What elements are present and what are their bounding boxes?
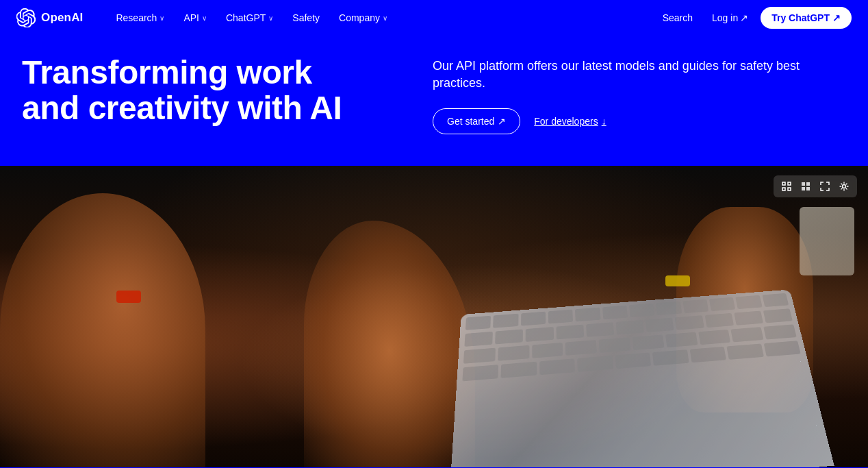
logo[interactable]: OpenAI	[16, 8, 83, 27]
svg-rect-4	[802, 182, 805, 186]
chevron-down-icon: ∨	[159, 14, 164, 22]
openai-logo-icon	[16, 8, 36, 27]
svg-rect-0	[782, 182, 785, 185]
grid-control[interactable]	[798, 179, 813, 194]
svg-rect-7	[806, 187, 810, 190]
laptop	[449, 290, 834, 467]
arrow-down-icon: ↓	[602, 116, 607, 127]
hero-section: Transforming work and creativity with AI…	[0, 36, 868, 166]
nav-research[interactable]: Research ∨	[107, 8, 173, 27]
navbar: OpenAI Research ∨ API ∨ ChatGPT ∨ Safety…	[0, 0, 868, 36]
hero-right: Our API platform offers our latest model…	[433, 55, 846, 134]
hero-cta: Get started ↗ For developers ↓	[433, 108, 846, 134]
svg-rect-6	[802, 187, 805, 190]
hero-title: Transforming work and creativity with AI	[22, 55, 378, 126]
grid-icon	[801, 182, 810, 191]
fullscreen-control[interactable]	[817, 179, 832, 194]
nav-links: Research ∨ API ∨ ChatGPT ∨ Safety Compan…	[107, 8, 655, 27]
image-controls	[774, 175, 857, 197]
hero-left: Transforming work and creativity with AI	[22, 55, 378, 126]
settings-icon	[839, 182, 849, 191]
arrow-up-right-icon: ↗	[498, 116, 506, 127]
svg-rect-5	[806, 182, 810, 186]
chevron-down-icon: ∨	[202, 14, 207, 22]
for-developers-button[interactable]: For developers ↓	[534, 116, 606, 127]
svg-rect-2	[782, 188, 785, 190]
watch-left	[116, 291, 141, 303]
chevron-down-icon: ∨	[268, 14, 273, 22]
fullscreen-icon	[820, 182, 830, 191]
watch-right	[665, 275, 690, 286]
hero-description: Our API platform offers our latest model…	[433, 58, 816, 92]
settings-control[interactable]	[837, 179, 852, 194]
hero-image-section	[0, 166, 868, 467]
nav-company[interactable]: Company ∨	[331, 8, 396, 27]
arrow-icon: ↗	[832, 12, 841, 23]
expand-control[interactable]	[779, 179, 794, 194]
hand-left	[0, 193, 205, 467]
nav-right: Search Log in ↗ Try ChatGPT ↗	[656, 7, 852, 29]
login-button[interactable]: Log in ↗	[705, 8, 755, 27]
svg-rect-1	[788, 182, 791, 185]
search-button[interactable]: Search	[656, 8, 700, 27]
nav-api[interactable]: API ∨	[175, 8, 215, 27]
external-link-icon: ↗	[740, 12, 748, 23]
hero-image	[0, 166, 868, 467]
nav-chatgpt[interactable]: ChatGPT ∨	[218, 8, 281, 27]
brand-name: OpenAI	[41, 11, 83, 25]
notebook-object	[800, 207, 854, 275]
try-chatgpt-button[interactable]: Try ChatGPT ↗	[761, 7, 852, 29]
chevron-down-icon: ∨	[383, 14, 387, 22]
nav-safety[interactable]: Safety	[284, 8, 328, 27]
svg-point-8	[843, 185, 846, 188]
get-started-button[interactable]: Get started ↗	[433, 108, 520, 134]
svg-rect-3	[788, 188, 791, 190]
expand-icon	[782, 182, 791, 191]
